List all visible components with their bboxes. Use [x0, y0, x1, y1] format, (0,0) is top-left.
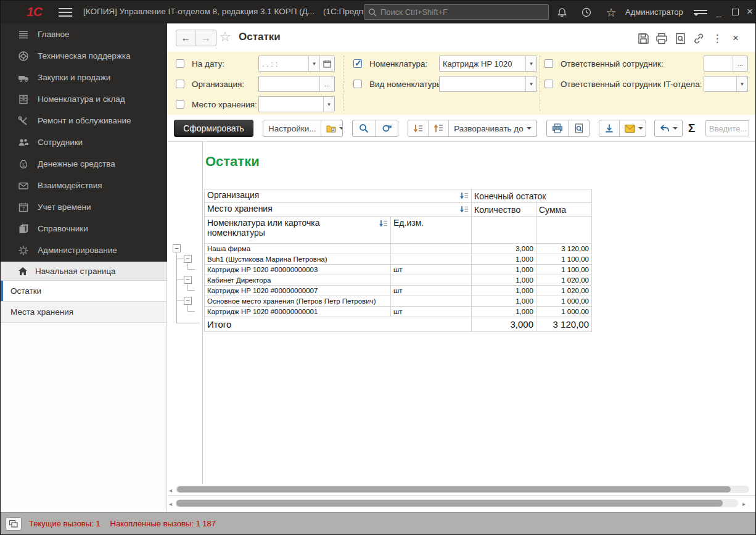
responsible-employee-checkbox[interactable]	[544, 59, 553, 68]
column-header-sum[interactable]: Сумма	[536, 203, 592, 217]
preview-icon[interactable]	[673, 31, 688, 45]
current-user-label[interactable]: Администратор	[625, 7, 683, 17]
column-header-nomenclature[interactable]: Номенклатура или карточка номенклатуры	[205, 217, 391, 244]
print-icon[interactable]	[654, 31, 669, 45]
close-window-button[interactable]: ×	[742, 4, 756, 19]
nomenclature-dropdown-icon[interactable]: ▾	[525, 56, 536, 71]
settings-button-group: Настройки...	[263, 120, 343, 137]
report-variants-button[interactable]	[321, 120, 343, 136]
sidebar-item-vzaimodeystviya[interactable]: Взаимодействия	[1, 175, 167, 196]
scroll-left-icon[interactable]: ◂	[169, 487, 172, 494]
table-row[interactable]: Картридж HP 1020 #00000000007шт 1,0001 0…	[205, 286, 592, 296]
on-date-checkbox[interactable]	[176, 59, 184, 68]
table-row[interactable]: Основное место хранения (Петров Петр Пет…	[205, 296, 592, 307]
it-responsible-field[interactable]: ▾	[704, 76, 748, 92]
nomenclature-field[interactable]: Картридж HP 1020 ▾	[439, 56, 537, 72]
nomenclature-kind-checkbox[interactable]	[353, 80, 362, 88]
tab-mesta-khraneniya[interactable]: Места хранения	[1, 302, 167, 323]
autosum-input[interactable]	[705, 120, 749, 136]
autosum-sigma-button[interactable]: Σ	[688, 122, 695, 135]
main-hamburger-icon[interactable]	[59, 6, 72, 18]
on-date-field[interactable]: . . : : ▾	[258, 56, 335, 72]
save-icon[interactable]	[636, 31, 651, 45]
cancel-search-button[interactable]	[376, 120, 398, 136]
sidebar-item-glavnoe[interactable]: Главное	[1, 23, 167, 45]
collapse-group-icon[interactable]: −	[184, 255, 192, 263]
report-hscrollbar-thumb[interactable]	[177, 486, 731, 492]
table-row[interactable]: Картридж HP 1020 #00000000003шт 1,0001 1…	[205, 265, 592, 275]
collapse-group-icon[interactable]: −	[184, 276, 192, 284]
sidebar-item-spravochniki[interactable]: Справочники	[1, 218, 167, 239]
favorites-star-icon[interactable]: ☆	[604, 6, 618, 19]
table-row[interactable]: Buh1 (Шустикова Марина Петровна) 1,0001 …	[205, 254, 592, 265]
svg-text:$: $	[22, 163, 25, 167]
sidebar-item-tech-podderzhka[interactable]: Техническая поддержка	[1, 45, 167, 67]
column-header-final-balance[interactable]: Конечный остаток	[472, 189, 592, 203]
sidebar-item-remont-obsluzhivanie[interactable]: Ремонт и обслуживание	[1, 110, 167, 131]
history-icon[interactable]	[580, 6, 593, 19]
organization-field[interactable]: ...	[258, 76, 335, 92]
forward-button[interactable]: →	[196, 30, 216, 46]
filter-separator	[540, 56, 540, 111]
organization-checkbox[interactable]	[176, 80, 184, 88]
sidebar-item-nomenklatura-sklad[interactable]: Номенклатура и склад	[1, 88, 167, 110]
responsible-employee-ellipsis-button[interactable]: ...	[733, 56, 747, 71]
calendar-picker-icon[interactable]	[319, 56, 334, 71]
print-preview-button[interactable]	[569, 120, 589, 136]
performance-indicator-icon[interactable]	[6, 517, 22, 531]
scroll-right-icon[interactable]: ▸	[742, 500, 746, 507]
collapse-all-button[interactable]	[429, 120, 449, 136]
column-header-unit[interactable]: Ед.изм.	[391, 217, 472, 244]
expand-to-button[interactable]: Разворачивать до	[449, 120, 536, 136]
expand-all-button[interactable]	[408, 120, 429, 136]
maximize-button[interactable]	[727, 4, 743, 19]
sidebar-item-sotrudniki[interactable]: Сотрудники	[1, 131, 167, 153]
table-row[interactable]: Картридж HP 1020 #00000000001шт 1,0001 0…	[205, 307, 592, 317]
close-form-icon[interactable]: ×	[728, 31, 743, 45]
get-link-icon[interactable]	[691, 31, 706, 45]
tab-ostatki[interactable]: Остатки	[1, 281, 167, 302]
minimize-button[interactable]: _	[711, 4, 727, 19]
sidebar-item-denezhnye-sredstva[interactable]: $ Денежные средства	[1, 153, 167, 175]
save-file-button[interactable]	[599, 120, 620, 136]
column-header-organization[interactable]: Организация	[205, 189, 472, 203]
it-responsible-dropdown-icon[interactable]: ▾	[736, 77, 747, 91]
table-row[interactable]: Кабинет Директора 1,0001 020,00	[205, 275, 592, 286]
nomenclature-kind-field[interactable]: ▾	[439, 76, 537, 92]
related-reports-button[interactable]	[655, 120, 683, 136]
print-button[interactable]	[547, 120, 569, 136]
form-hscrollbar-thumb[interactable]	[176, 500, 723, 507]
storage-place-checkbox[interactable]	[176, 100, 184, 109]
home-page-row[interactable]: Начальная страница	[1, 262, 167, 281]
column-header-quantity[interactable]: Количество	[472, 203, 536, 217]
back-button[interactable]: ←	[176, 30, 196, 46]
it-responsible-checkbox[interactable]	[544, 80, 553, 88]
table-row[interactable]: Наша фирма 3,0003 120,00	[205, 244, 592, 254]
sidebar-item-zakupki-prodazhi[interactable]: Закупки и продажи	[1, 67, 167, 88]
more-actions-icon[interactable]: ⋮	[710, 31, 725, 45]
storage-place-field[interactable]: ▾	[258, 96, 335, 112]
nomenclature-kind-dropdown-icon[interactable]: ▾	[525, 77, 536, 91]
collapse-group-icon[interactable]: −	[173, 244, 181, 252]
sidebar-item-administrirovanie[interactable]: Администрирование	[1, 239, 167, 261]
add-favorite-star-icon[interactable]: ☆	[219, 29, 231, 45]
service-menu-icon[interactable]	[694, 8, 707, 27]
scroll-left-icon[interactable]: ◂	[169, 500, 172, 507]
send-mail-button[interactable]	[620, 120, 646, 136]
nomenclature-checkbox[interactable]	[353, 59, 362, 68]
form-hscrollbar[interactable]	[176, 499, 738, 507]
notifications-bell-icon[interactable]	[555, 6, 569, 19]
settings-button[interactable]: Настройки...	[263, 120, 321, 136]
sidebar-item-uchet-vremeni[interactable]: 7 Учет времени	[1, 196, 167, 218]
collapse-group-icon[interactable]: −	[184, 297, 192, 305]
report-hscrollbar[interactable]	[176, 486, 749, 493]
global-search-input[interactable]: Поиск Ctrl+Shift+F	[364, 4, 549, 20]
generate-report-button[interactable]: Сформировать	[174, 120, 253, 137]
date-dropdown-icon[interactable]: ▾	[308, 56, 319, 71]
organization-ellipsis-button[interactable]: ...	[319, 77, 334, 91]
storage-place-dropdown-icon[interactable]: ▾	[323, 97, 334, 112]
find-button[interactable]	[353, 120, 376, 136]
column-header-storage-place[interactable]: Место хранения	[205, 203, 472, 217]
title-bar: 1С [КОПИЯ] Управление IT-отделом 8, реда…	[1, 1, 755, 23]
responsible-employee-field[interactable]: ...	[704, 56, 748, 72]
